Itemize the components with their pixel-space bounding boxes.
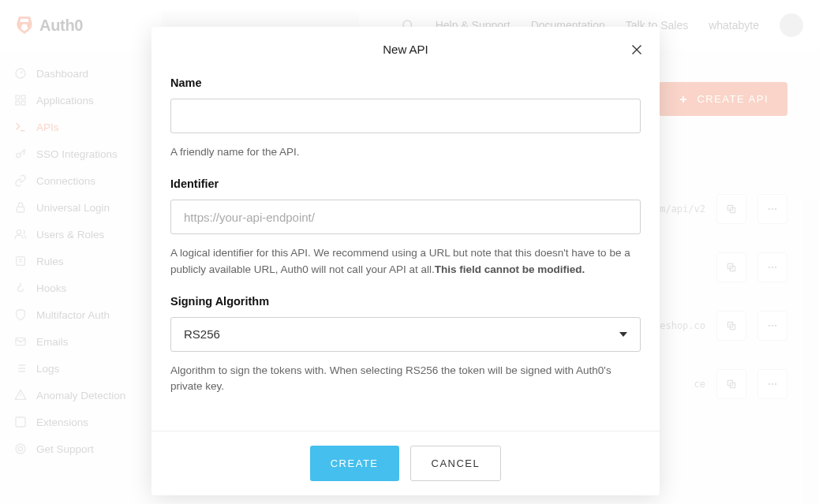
- form-group-identifier: Identifier A logical identifier for this…: [170, 177, 641, 278]
- algorithm-hint: Algorithm to sign the tokens with. When …: [170, 363, 641, 395]
- form-group-name: Name A friendly name for the API.: [170, 77, 641, 160]
- modal-title: New API: [383, 43, 428, 56]
- identifier-label: Identifier: [170, 177, 641, 190]
- name-label: Name: [170, 77, 641, 89]
- algorithm-value: RS256: [184, 327, 220, 341]
- name-hint: A friendly name for the API.: [170, 144, 641, 160]
- close-icon: [628, 41, 645, 58]
- name-input[interactable]: [170, 99, 641, 133]
- algorithm-select[interactable]: RS256: [170, 317, 641, 352]
- modal-body: Name A friendly name for the API. Identi…: [151, 72, 660, 431]
- identifier-hint: A logical identifier for this API. We re…: [170, 245, 641, 278]
- chevron-down-icon: [619, 332, 627, 337]
- modal-header: New API: [151, 27, 660, 72]
- algorithm-label: Signing Algorithm: [170, 295, 641, 308]
- identifier-hint-strong: This field cannot be modified.: [435, 263, 585, 275]
- form-group-algorithm: Signing Algorithm RS256 Algorithm to sig…: [170, 295, 641, 395]
- close-button[interactable]: [628, 41, 645, 58]
- new-api-modal: New API Name A friendly name for the API…: [151, 27, 660, 495]
- cancel-button[interactable]: CANCEL: [410, 446, 502, 481]
- identifier-input[interactable]: [170, 200, 641, 234]
- modal-footer: CREATE CANCEL: [151, 431, 660, 495]
- create-button[interactable]: CREATE: [310, 446, 399, 481]
